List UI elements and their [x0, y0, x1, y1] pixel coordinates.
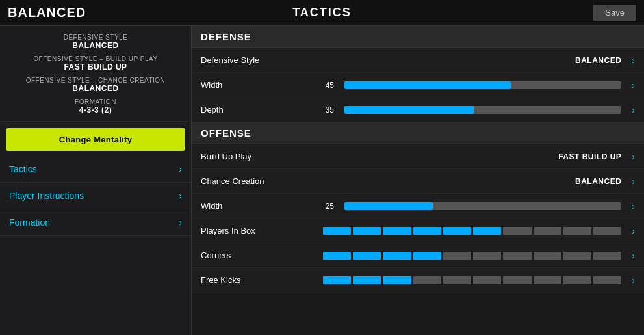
seg-3 — [383, 252, 411, 260]
offensive-build-stat: OFFENSIVE STYLE – BUILD UP PLAY FAST BUI… — [6, 55, 185, 72]
defense-width-row[interactable]: Width 45 › — [192, 73, 644, 98]
defense-depth-label: Depth — [201, 105, 318, 114]
balanced-title: BALANCED — [8, 5, 86, 20]
chance-creation-row[interactable]: Chance Creation BALANCED › — [192, 169, 644, 194]
players-in-box-label: Players In Box — [201, 226, 318, 235]
seg-4 — [413, 227, 441, 235]
seg-1 — [323, 252, 351, 260]
chevron-right-icon: › — [632, 226, 635, 236]
free-kicks-label: Free Kicks — [201, 275, 318, 285]
players-in-box-row[interactable]: Players In Box › — [192, 219, 644, 243]
seg-5 — [443, 252, 471, 260]
defense-width-slider[interactable] — [344, 81, 621, 89]
sidebar-stats: DEFENSIVE STYLE BALANCED OFFENSIVE STYLE… — [0, 26, 191, 122]
nav-item-player-instructions[interactable]: Player Instructions › — [0, 183, 191, 209]
seg-6 — [473, 276, 501, 284]
top-header: BALANCED TACTICS Save — [0, 0, 644, 26]
offense-width-slider[interactable] — [344, 202, 621, 210]
defensive-style-stat: DEFENSIVE STYLE BALANCED — [6, 34, 185, 50]
build-up-row[interactable]: Build Up Play FAST BUILD UP › — [192, 144, 644, 169]
seg-3 — [383, 276, 411, 284]
defense-width-number: 45 — [318, 81, 334, 90]
defense-header: DEFENSE — [192, 26, 644, 48]
seg-10 — [593, 252, 621, 260]
seg-4 — [413, 276, 441, 284]
nav-item-tactics[interactable]: Tactics › — [0, 156, 191, 183]
defense-width-fill — [344, 81, 511, 89]
seg-9 — [563, 276, 591, 284]
seg-10 — [593, 227, 621, 235]
offensive-build-label: OFFENSIVE STYLE – BUILD UP PLAY — [6, 55, 185, 62]
chevron-right-icon: › — [632, 105, 635, 115]
offensive-build-value: FAST BUILD UP — [6, 62, 185, 72]
defense-depth-fill — [344, 106, 474, 114]
corners-row[interactable]: Corners › — [192, 243, 644, 268]
seg-8 — [534, 252, 561, 260]
nav-label-tactics: Tactics — [9, 164, 37, 174]
chevron-right-icon: › — [179, 191, 182, 201]
header-left: BALANCED — [8, 5, 86, 20]
chevron-right-icon: › — [632, 80, 635, 90]
offensive-chance-label: OFFENSIVE STYLE – CHANCE CREATION — [6, 77, 185, 84]
defensive-style-row-label: Defensive Style — [201, 55, 318, 65]
seg-3 — [383, 227, 411, 235]
free-kicks-bar — [323, 276, 621, 284]
offense-header: OFFENSE — [192, 122, 644, 144]
offense-width-label: Width — [201, 201, 318, 211]
seg-5 — [443, 276, 471, 284]
seg-10 — [593, 276, 621, 284]
nav-label-player-instructions: Player Instructions — [9, 191, 84, 201]
defensive-style-row-value: BALANCED — [575, 56, 621, 65]
corners-bar — [323, 252, 621, 260]
defense-depth-number: 35 — [318, 105, 334, 114]
chance-creation-label: Chance Creation — [201, 176, 318, 186]
nav-label-formation: Formation — [9, 217, 50, 228]
defense-width-label: Width — [201, 80, 318, 90]
seg-2 — [353, 252, 381, 260]
formation-stat: FORMATION 4-3-3 (2) — [6, 98, 185, 114]
seg-2 — [353, 227, 381, 235]
formation-label: FORMATION — [6, 98, 185, 105]
offensive-chance-value: BALANCED — [6, 84, 185, 93]
seg-8 — [534, 276, 561, 284]
corners-label: Corners — [201, 250, 318, 260]
save-button[interactable]: Save — [593, 5, 636, 21]
free-kicks-row[interactable]: Free Kicks › — [192, 268, 644, 293]
chevron-right-icon: › — [632, 201, 635, 211]
formation-value: 4-3-3 (2) — [6, 105, 185, 114]
defense-depth-slider[interactable] — [344, 106, 621, 114]
seg-4 — [413, 252, 441, 260]
build-up-label: Build Up Play — [201, 152, 318, 161]
defensive-style-label: DEFENSIVE STYLE — [6, 34, 185, 41]
seg-7 — [503, 276, 531, 284]
seg-7 — [503, 227, 531, 235]
chevron-right-icon: › — [632, 275, 635, 286]
chevron-right-icon: › — [632, 152, 635, 162]
chevron-right-icon: › — [179, 217, 182, 228]
seg-7 — [503, 252, 531, 260]
seg-9 — [563, 252, 591, 260]
seg-6 — [473, 227, 501, 235]
offense-width-number: 25 — [318, 202, 334, 211]
tactics-heading: TACTICS — [292, 6, 352, 20]
chevron-right-icon: › — [632, 55, 635, 66]
seg-2 — [353, 276, 381, 284]
chevron-right-icon: › — [632, 176, 635, 187]
build-up-value: FAST BUILD UP — [558, 152, 621, 161]
offense-width-row[interactable]: Width 25 › — [192, 194, 644, 219]
change-mentality-button[interactable]: Change Mentality — [6, 128, 185, 151]
seg-9 — [563, 227, 591, 235]
seg-5 — [443, 227, 471, 235]
nav-item-formation[interactable]: Formation › — [0, 209, 191, 236]
defense-depth-row[interactable]: Depth 35 › — [192, 98, 644, 122]
seg-8 — [534, 227, 561, 235]
players-in-box-bar — [323, 227, 621, 235]
chance-creation-value: BALANCED — [575, 177, 621, 186]
seg-6 — [473, 252, 501, 260]
chevron-right-icon: › — [179, 164, 182, 174]
defensive-style-value: BALANCED — [6, 41, 185, 50]
defensive-style-row[interactable]: Defensive Style BALANCED › — [192, 48, 644, 73]
offense-width-fill — [344, 202, 433, 210]
sidebar: DEFENSIVE STYLE BALANCED OFFENSIVE STYLE… — [0, 26, 192, 335]
tactics-content: DEFENSE Defensive Style BALANCED › Width… — [192, 26, 644, 335]
